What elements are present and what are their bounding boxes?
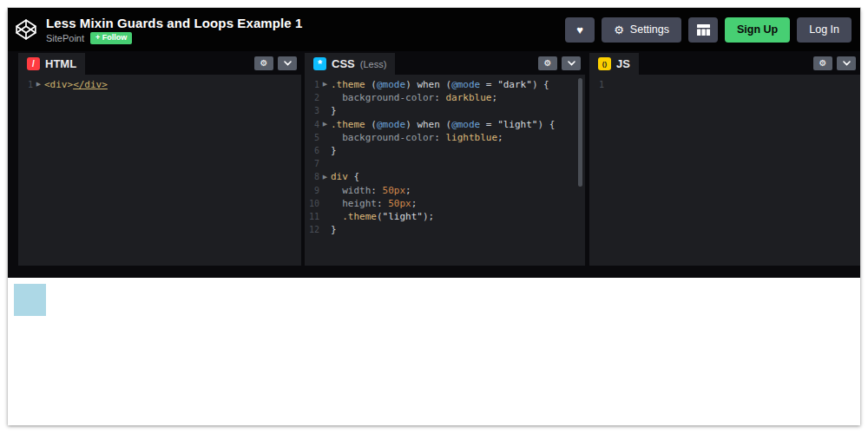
code-token: lightblue <box>445 132 497 143</box>
heart-icon: ♥ <box>576 24 583 36</box>
code-token: : <box>377 198 388 209</box>
gear-icon: ⚙ <box>260 59 268 68</box>
fold-arrow-icon[interactable]: ▶ <box>319 78 331 91</box>
code-token: "dark" <box>497 79 532 90</box>
gear-icon: ⚙ <box>544 59 552 68</box>
code-token: ) { <box>537 119 555 130</box>
fold-arrow-icon[interactable]: ▶ <box>319 171 331 184</box>
tab-js[interactable]: () JS <box>589 53 639 75</box>
layout-grid-icon <box>697 24 710 36</box>
editor-section: / HTML ⚙ 1▶<div></div> <box>8 51 860 278</box>
code-line: 1 <box>589 78 860 91</box>
code-token: } <box>331 105 337 116</box>
code-token: ; <box>497 132 503 143</box>
fold-arrow-icon[interactable]: ▶ <box>319 118 331 131</box>
pen-title: Less Mixin Guards and Loops Example 1 <box>46 16 302 30</box>
css-editor-panel: * CSS (Less) ⚙ 1▶.theme (@mode) wh <box>305 53 585 266</box>
code-token: background-color <box>331 92 434 103</box>
code-line: 2 background-color: darkblue; <box>305 91 585 104</box>
line-number: 5 <box>305 131 319 144</box>
css-editor-collapse-button[interactable] <box>562 56 581 70</box>
code-line: 6} <box>305 144 585 157</box>
html-code-editor[interactable]: 1▶<div></div> <box>18 75 301 266</box>
code-token: = <box>480 119 497 130</box>
code-token: ; <box>411 198 418 209</box>
chevron-down-icon <box>568 61 575 66</box>
code-line: 8▶div { <box>305 170 585 183</box>
code-token: : <box>434 92 445 103</box>
css-code-editor[interactable]: 1▶.theme (@mode) when (@mode = "dark") {… <box>305 75 585 266</box>
code-token: when <box>417 119 440 130</box>
css-icon: * <box>313 57 326 70</box>
tab-css-sublabel: (Less) <box>360 59 387 69</box>
code-token: @mode <box>377 119 405 130</box>
code-token: width <box>331 185 371 196</box>
pen-header: Less Mixin Guards and Loops Example 1 Si… <box>8 8 860 51</box>
code-token: darkblue <box>445 92 491 103</box>
codepen-logo-icon[interactable] <box>15 18 37 41</box>
header-actions: ♥ ⚙ Settings Sign Up Log In <box>565 17 852 43</box>
like-button[interactable]: ♥ <box>565 17 595 43</box>
js-code-editor[interactable]: 1 <box>589 75 860 266</box>
code-token: ( <box>440 119 451 130</box>
line-number: 2 <box>305 91 319 104</box>
html-editor-collapse-button[interactable] <box>278 56 297 70</box>
js-editor-collapse-button[interactable] <box>837 56 856 70</box>
login-button[interactable]: Log In <box>797 17 852 43</box>
browser-page: Less Mixin Guards and Loops Example 1 Si… <box>7 7 861 424</box>
line-number: 9 <box>305 184 319 197</box>
signup-button[interactable]: Sign Up <box>725 17 790 43</box>
chevron-down-icon <box>843 61 851 66</box>
code-line: 4▶.theme (@mode) when (@mode = "light") … <box>305 118 585 131</box>
css-editor-scrollbar[interactable] <box>578 78 582 187</box>
js-editor-settings-button[interactable]: ⚙ <box>813 56 832 70</box>
code-token: height <box>331 198 377 209</box>
chevron-down-icon <box>284 61 292 66</box>
js-icon: () <box>598 57 611 70</box>
code-line: 1▶.theme (@mode) when (@mode = "dark") { <box>305 78 585 91</box>
code-token: = <box>480 79 497 90</box>
tab-js-label: JS <box>616 57 630 70</box>
code-token: @mode <box>451 119 480 130</box>
pen-author-link[interactable]: SitePoint <box>46 33 84 43</box>
line-number: 11 <box>305 210 319 223</box>
line-number: 1 <box>589 78 604 91</box>
code-token: "light" <box>497 119 537 130</box>
line-number: 4 <box>305 118 319 131</box>
code-token: <div> <box>44 79 73 90</box>
tab-html[interactable]: / HTML <box>18 53 85 75</box>
code-line: 12} <box>305 223 585 236</box>
settings-button[interactable]: ⚙ Settings <box>602 17 681 43</box>
tab-html-label: HTML <box>45 57 76 70</box>
code-token: ; <box>405 185 411 196</box>
html-icon: / <box>27 57 40 70</box>
line-number: 8 <box>305 170 319 183</box>
code-token: : <box>434 132 445 143</box>
code-token: ); <box>423 211 434 222</box>
line-number: 1 <box>18 78 33 91</box>
css-editor-settings-button[interactable]: ⚙ <box>538 56 557 70</box>
code-token: ) <box>405 119 417 130</box>
line-number: 12 <box>305 223 319 236</box>
tab-css[interactable]: * CSS (Less) <box>305 53 395 75</box>
html-editor-settings-button[interactable]: ⚙ <box>254 56 273 70</box>
js-editor-panel: () JS ⚙ 1 <box>589 53 860 266</box>
code-token: ; <box>491 92 497 103</box>
code-token: </div> <box>73 79 108 90</box>
settings-button-label: Settings <box>630 23 669 36</box>
follow-button[interactable]: + Follow <box>90 32 132 44</box>
line-number: 10 <box>305 197 319 210</box>
line-number: 6 <box>305 144 319 157</box>
html-editor-panel: / HTML ⚙ 1▶<div></div> <box>18 53 301 266</box>
js-tabbar: () JS ⚙ <box>589 53 860 75</box>
code-token: div <box>331 171 348 182</box>
code-line: 11 .theme("light"); <box>305 210 585 223</box>
code-line: 9 width: 50px; <box>305 184 585 197</box>
preview-div-box <box>14 284 46 316</box>
code-token: when <box>417 79 440 90</box>
code-token: ) { <box>532 79 549 90</box>
code-token: ( <box>365 79 377 90</box>
fold-arrow-icon[interactable]: ▶ <box>33 78 44 91</box>
code-token: "light" <box>383 211 423 222</box>
change-view-button[interactable] <box>688 17 718 43</box>
